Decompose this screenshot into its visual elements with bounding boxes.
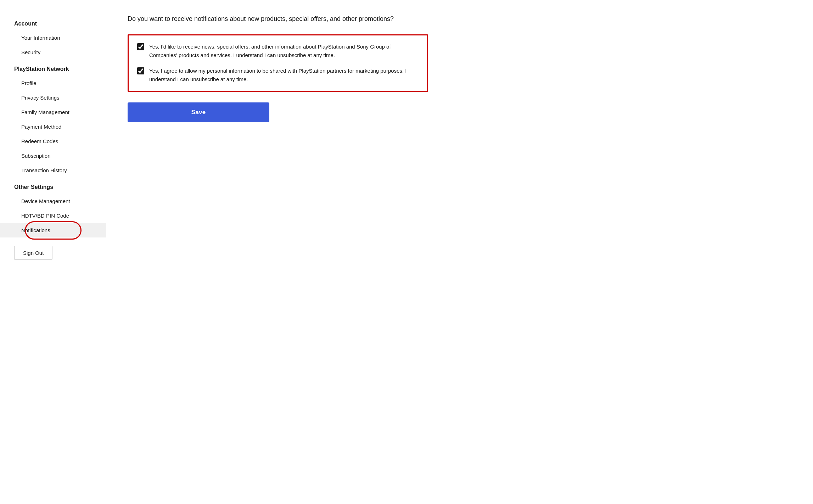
sidebar-section-psn: PlayStation Network <box>0 60 106 76</box>
notification-question: Do you want to receive notifications abo… <box>128 14 792 24</box>
sign-out-wrapper: Sign Out <box>0 237 106 268</box>
main-content: Do you want to receive notifications abo… <box>106 0 813 504</box>
checkboxes-container: Yes, I'd like to receive news, special o… <box>128 34 428 92</box>
checkbox-news-label: Yes, I'd like to receive news, special o… <box>149 43 419 60</box>
notifications-wrapper: Notifications <box>0 223 106 237</box>
page-layout: Account Your Information Security PlaySt… <box>0 0 813 504</box>
checkbox-news[interactable] <box>137 43 144 50</box>
sidebar-item-device-management[interactable]: Device Management <box>0 194 106 208</box>
sidebar-item-privacy-settings[interactable]: Privacy Settings <box>0 90 106 105</box>
sidebar-item-profile[interactable]: Profile <box>0 76 106 90</box>
sidebar-section-other: Other Settings <box>0 178 106 194</box>
sidebar-item-payment-method[interactable]: Payment Method <box>0 119 106 134</box>
sidebar-item-subscription[interactable]: Subscription <box>0 149 106 163</box>
sidebar-item-notifications[interactable]: Notifications <box>0 223 106 237</box>
sidebar-section-account: Account <box>0 14 106 30</box>
checkbox-partners[interactable] <box>137 67 144 74</box>
checkbox-row-1: Yes, I'd like to receive news, special o… <box>137 43 419 60</box>
sidebar-item-family-management[interactable]: Family Management <box>0 105 106 119</box>
checkbox-partners-label: Yes, I agree to allow my personal inform… <box>149 67 419 84</box>
sidebar-item-your-information[interactable]: Your Information <box>0 30 106 45</box>
checkbox-row-2: Yes, I agree to allow my personal inform… <box>137 67 419 84</box>
sidebar-item-security[interactable]: Security <box>0 45 106 60</box>
sidebar-item-transaction-history[interactable]: Transaction History <box>0 163 106 178</box>
sign-out-button[interactable]: Sign Out <box>14 246 52 260</box>
save-button[interactable]: Save <box>128 102 269 122</box>
sidebar: Account Your Information Security PlaySt… <box>0 0 106 504</box>
sidebar-item-hdtv-bd-pin-code[interactable]: HDTV/BD PIN Code <box>0 208 106 223</box>
sidebar-item-redeem-codes[interactable]: Redeem Codes <box>0 134 106 149</box>
